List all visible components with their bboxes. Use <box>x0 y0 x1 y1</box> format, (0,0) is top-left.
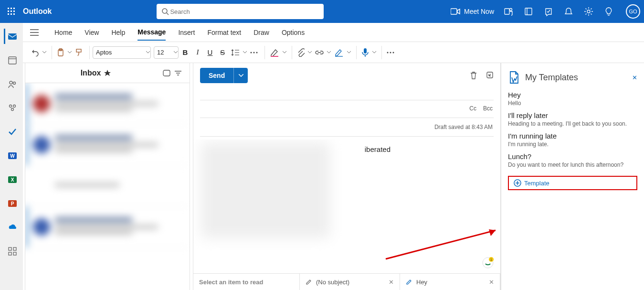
paste-button[interactable] <box>55 46 66 59</box>
paste-split[interactable] <box>67 51 72 54</box>
rail-word[interactable]: W <box>4 148 19 163</box>
font-size-select[interactable]: 12 <box>154 46 179 59</box>
underline-button[interactable]: U <box>204 46 216 59</box>
svg-text:W: W <box>10 153 15 159</box>
compose-body[interactable]: iberated 1 <box>193 140 500 273</box>
svg-rect-18 <box>8 33 17 40</box>
app-launcher[interactable] <box>4 4 19 19</box>
rail-calendar[interactable] <box>4 53 19 68</box>
tab-draw[interactable]: Draw <box>253 25 269 40</box>
tips-icon[interactable] <box>603 6 614 17</box>
svg-point-16 <box>587 10 590 13</box>
tab-insert[interactable]: Insert <box>178 25 195 40</box>
search-box[interactable] <box>157 4 324 19</box>
template-item[interactable]: I'll reply later Heading to a meeting. I… <box>508 111 637 127</box>
attach-button[interactable] <box>295 46 306 59</box>
link-button[interactable] <box>313 46 326 59</box>
tab-format-text[interactable]: Format text <box>207 25 241 40</box>
search-icon <box>161 8 169 15</box>
send-split[interactable] <box>233 68 248 83</box>
rail-powerpoint[interactable]: P <box>4 196 19 211</box>
svg-rect-49 <box>163 70 170 76</box>
svg-point-9 <box>162 9 167 13</box>
more-commands-button[interactable] <box>385 46 396 59</box>
tab-options[interactable]: Options <box>282 25 305 40</box>
message-item[interactable] <box>25 206 190 247</box>
rail-excel[interactable]: X <box>4 172 19 187</box>
draft-tab-hey[interactable]: Hey ✕ <box>400 274 500 290</box>
line-spacing-button[interactable] <box>229 46 242 59</box>
template-item[interactable]: Hey Hello <box>508 91 637 107</box>
account-avatar[interactable]: GO <box>626 4 640 19</box>
notifications-icon[interactable] <box>563 6 574 17</box>
inbox-title: Inbox <box>31 69 161 77</box>
more-formatting-button[interactable] <box>248 46 260 59</box>
onenote-feed-icon[interactable] <box>523 6 534 17</box>
teams-icon[interactable] <box>503 6 514 17</box>
svg-point-44 <box>256 52 258 53</box>
svg-rect-0 <box>8 8 9 9</box>
template-item[interactable]: I'm running late I'm running late. <box>508 132 637 148</box>
add-template-button[interactable]: Template <box>508 176 637 190</box>
rail-people[interactable] <box>4 76 19 92</box>
line-spacing-split[interactable] <box>243 51 247 54</box>
close-tab-icon[interactable]: ✕ <box>389 279 394 286</box>
strike-button[interactable]: S <box>217 46 228 59</box>
svg-line-10 <box>167 13 169 15</box>
undo-button[interactable] <box>30 46 41 59</box>
rail-mail[interactable] <box>4 29 19 44</box>
svg-rect-41 <box>76 49 81 52</box>
reading-tabs: Select an item to read (No subject) ✕ He… <box>193 273 500 290</box>
popout-button[interactable] <box>486 71 494 80</box>
templates-icon <box>508 71 520 84</box>
svg-point-43 <box>253 52 255 53</box>
star-icon[interactable] <box>104 69 111 77</box>
template-item[interactable]: Lunch? Do you want to meet for lunch thi… <box>508 152 637 168</box>
search-input[interactable] <box>169 8 319 16</box>
rail-groups[interactable] <box>4 100 19 116</box>
pencil-icon <box>406 279 412 285</box>
message-item[interactable] <box>25 124 190 165</box>
pencil-icon <box>306 279 312 285</box>
meet-now-button[interactable]: Meet Now <box>451 8 494 15</box>
ribbon: Aptos 12 B I U S <box>23 42 644 63</box>
tab-help[interactable]: Help <box>111 25 125 40</box>
svg-rect-7 <box>11 13 12 15</box>
message-item[interactable] <box>25 165 190 206</box>
undo-split[interactable] <box>42 51 47 54</box>
discard-button[interactable] <box>470 71 477 80</box>
bold-button[interactable]: B <box>179 46 191 59</box>
svg-rect-14 <box>525 8 532 15</box>
svg-rect-1 <box>11 8 12 9</box>
format-painter-button[interactable] <box>73 46 84 59</box>
nav-toggle[interactable] <box>27 29 42 36</box>
editor-badge-icon[interactable]: 1 <box>482 257 494 269</box>
close-templates-button[interactable]: ✕ <box>632 74 637 81</box>
send-button[interactable]: Send <box>200 68 248 83</box>
signature-button[interactable] <box>332 46 346 59</box>
cc-button[interactable]: Cc <box>469 105 476 112</box>
svg-rect-34 <box>9 252 11 255</box>
message-item[interactable] <box>25 83 190 124</box>
dictate-button[interactable] <box>359 46 371 59</box>
draft-status: Draft saved at 8:43 AM <box>434 124 493 130</box>
plus-circle-icon <box>514 179 521 187</box>
tab-message[interactable]: Message <box>137 24 166 41</box>
message-list[interactable] <box>25 83 190 290</box>
my-day-icon[interactable] <box>543 6 554 17</box>
draft-tab-no-subject[interactable]: (No subject) ✕ <box>300 274 400 290</box>
svg-point-47 <box>390 52 391 53</box>
filter-button[interactable] <box>172 66 184 80</box>
rail-todo[interactable] <box>4 124 19 140</box>
rail-more-apps[interactable] <box>4 244 19 259</box>
tab-home[interactable]: Home <box>54 25 72 40</box>
rail-onedrive[interactable] <box>4 220 19 235</box>
font-name-select[interactable]: Aptos <box>93 46 151 59</box>
settings-icon[interactable] <box>583 6 594 17</box>
styles-button[interactable] <box>268 46 281 59</box>
italic-button[interactable]: I <box>192 46 203 59</box>
bcc-button[interactable]: Bcc <box>483 105 493 112</box>
select-mode-button[interactable] <box>161 66 172 80</box>
close-tab-icon[interactable]: ✕ <box>489 279 494 286</box>
tab-view[interactable]: View <box>84 25 99 40</box>
